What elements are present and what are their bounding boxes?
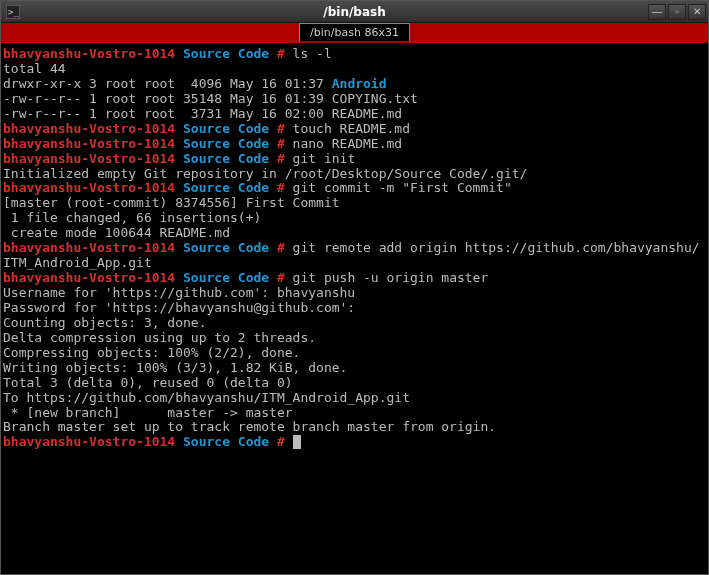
prompt-host: bhavyanshu-Vostro-1014: [3, 121, 175, 136]
output-line: Username for 'https://github.com': bhavy…: [3, 286, 706, 301]
output-line: total 44: [3, 62, 706, 77]
prompt-line: bhavyanshu-Vostro-1014 Source Code # ls …: [3, 47, 706, 62]
window-title: /bin/bash: [323, 5, 385, 19]
prompt-line: bhavyanshu-Vostro-1014 Source Code # git…: [3, 152, 706, 167]
output-line: 1 file changed, 66 insertions(+): [3, 211, 706, 226]
prompt-cwd: Source Code: [183, 46, 269, 61]
output-line: Branch master set up to track remote bra…: [3, 420, 706, 435]
prompt-host: bhavyanshu-Vostro-1014: [3, 151, 175, 166]
prompt-line: bhavyanshu-Vostro-1014 Source Code # nan…: [3, 137, 706, 152]
command-text: git init: [293, 151, 356, 166]
prompt-separator: #: [269, 270, 292, 285]
prompt-cwd: Source Code: [183, 240, 269, 255]
output-line: To https://github.com/bhavyanshu/ITM_And…: [3, 391, 706, 406]
prompt-cwd: Source Code: [183, 434, 269, 449]
ls-perms: drwxr-xr-x 3 root root 4096 May 16 01:37: [3, 76, 332, 91]
tab-bar: /bin/bash 86x31: [1, 23, 708, 43]
command-text: git commit -m "First Commit": [293, 180, 512, 195]
prompt-separator: #: [269, 240, 292, 255]
output-line: create mode 100644 README.md: [3, 226, 706, 241]
prompt-line: bhavyanshu-Vostro-1014 Source Code # git…: [3, 271, 706, 286]
maximize-button[interactable]: ▫: [668, 4, 686, 20]
command-text: touch README.md: [293, 121, 410, 136]
output-line: -rw-r--r-- 1 root root 35148 May 16 01:3…: [3, 92, 706, 107]
ls-dirname: Android: [332, 76, 387, 91]
prompt-cwd: Source Code: [183, 151, 269, 166]
output-line: Writing objects: 100% (3/3), 1.82 KiB, d…: [3, 361, 706, 376]
prompt-host: bhavyanshu-Vostro-1014: [3, 270, 175, 285]
minimize-button[interactable]: —: [648, 4, 666, 20]
prompt-host: bhavyanshu-Vostro-1014: [3, 136, 175, 151]
prompt-host: bhavyanshu-Vostro-1014: [3, 46, 175, 61]
prompt-cwd: Source Code: [183, 136, 269, 151]
prompt-cwd: Source Code: [183, 270, 269, 285]
prompt-line: bhavyanshu-Vostro-1014 Source Code #: [3, 435, 706, 450]
command-text: git push -u origin master: [293, 270, 489, 285]
output-line: Delta compression using up to 2 threads.: [3, 331, 706, 346]
close-button[interactable]: ✕: [688, 4, 706, 20]
prompt-separator: #: [269, 434, 292, 449]
tab-active[interactable]: /bin/bash 86x31: [299, 23, 410, 41]
output-line: drwxr-xr-x 3 root root 4096 May 16 01:37…: [3, 77, 706, 92]
output-line: [master (root-commit) 8374556] First Com…: [3, 196, 706, 211]
prompt-separator: #: [269, 180, 292, 195]
command-text: ls -l: [293, 46, 332, 61]
prompt-separator: #: [269, 46, 292, 61]
tab-label: /bin/bash 86x31: [310, 26, 399, 39]
output-line: Compressing objects: 100% (2/2), done.: [3, 346, 706, 361]
prompt-separator: #: [269, 121, 292, 136]
terminal-output[interactable]: bhavyanshu-Vostro-1014 Source Code # ls …: [1, 43, 708, 572]
prompt-line: bhavyanshu-Vostro-1014 Source Code # tou…: [3, 122, 706, 137]
terminal-icon: >_: [5, 4, 21, 20]
prompt-line: bhavyanshu-Vostro-1014 Source Code # git…: [3, 241, 706, 271]
prompt-separator: #: [269, 136, 292, 151]
prompt-host: bhavyanshu-Vostro-1014: [3, 180, 175, 195]
cursor: [293, 435, 301, 449]
output-line: Initialized empty Git repository in /roo…: [3, 167, 706, 182]
command-text: nano README.md: [293, 136, 403, 151]
output-line: -rw-r--r-- 1 root root 3731 May 16 02:00…: [3, 107, 706, 122]
prompt-separator: #: [269, 151, 292, 166]
output-line: Counting objects: 3, done.: [3, 316, 706, 331]
prompt-cwd: Source Code: [183, 121, 269, 136]
output-line: Total 3 (delta 0), reused 0 (delta 0): [3, 376, 706, 391]
prompt-host: bhavyanshu-Vostro-1014: [3, 434, 175, 449]
output-line: Password for 'https://bhavyanshu@github.…: [3, 301, 706, 316]
prompt-line: bhavyanshu-Vostro-1014 Source Code # git…: [3, 181, 706, 196]
prompt-host: bhavyanshu-Vostro-1014: [3, 240, 175, 255]
prompt-cwd: Source Code: [183, 180, 269, 195]
titlebar[interactable]: >_ /bin/bash — ▫ ✕: [1, 1, 708, 23]
output-line: * [new branch] master -> master: [3, 406, 706, 421]
terminal-window: >_ /bin/bash — ▫ ✕ /bin/bash 86x31 bhavy…: [0, 0, 709, 575]
window-controls: — ▫ ✕: [648, 4, 706, 20]
svg-text:>_: >_: [8, 7, 19, 17]
